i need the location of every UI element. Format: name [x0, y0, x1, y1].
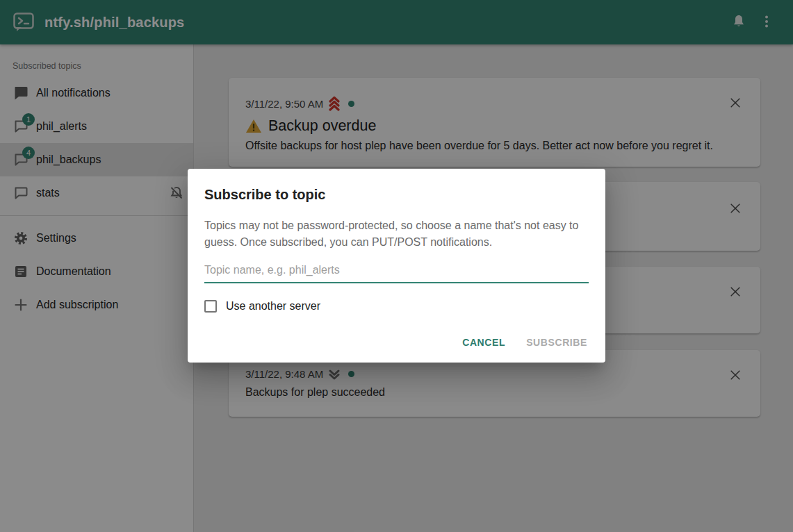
- use-another-server-checkbox[interactable]: [204, 300, 217, 313]
- subscribe-dialog: Subscribe to topic Topics may not be pas…: [188, 169, 605, 363]
- checkbox-label: Use another server: [226, 300, 320, 313]
- cancel-button[interactable]: CANCEL: [455, 331, 512, 354]
- topic-name-input[interactable]: [204, 261, 589, 283]
- dialog-title: Subscribe to topic: [188, 169, 605, 203]
- dialog-description: Topics may not be password-protected, so…: [188, 203, 605, 251]
- use-another-server-option[interactable]: Use another server: [204, 300, 589, 313]
- subscribe-button[interactable]: SUBSCRIBE: [519, 331, 594, 354]
